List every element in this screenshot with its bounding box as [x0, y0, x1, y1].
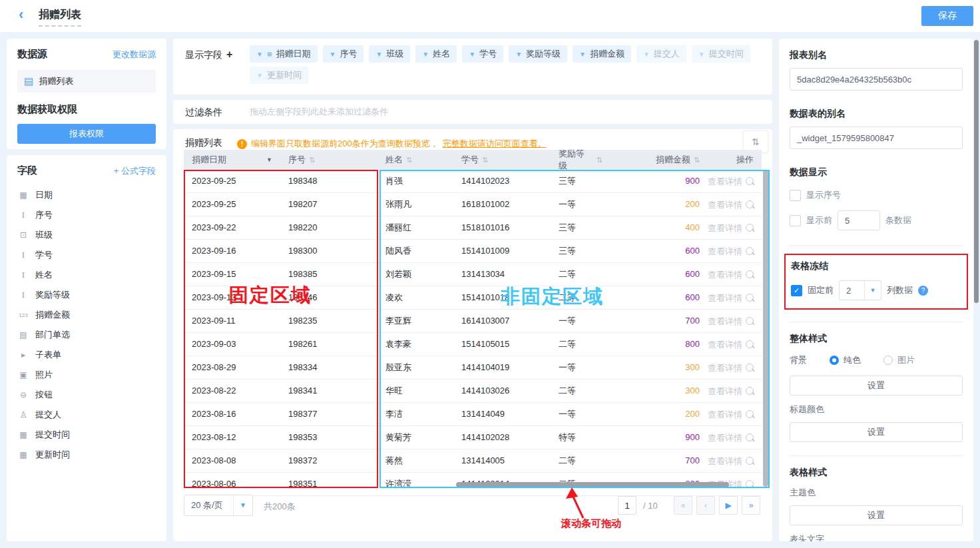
- field-item-序号[interactable]: I序号: [17, 205, 156, 225]
- field-chip-捐赠日期[interactable]: ▼≡捐赠日期: [250, 45, 318, 63]
- field-chip-序号[interactable]: ▼序号: [323, 45, 364, 63]
- sort-arrows-icon[interactable]: ⇅: [694, 156, 700, 164]
- magnifier-icon[interactable]: [746, 200, 754, 208]
- first-page-button[interactable]: «: [674, 496, 692, 515]
- sort-arrows-icon[interactable]: ⇅: [597, 156, 603, 164]
- chevron-down-icon[interactable]: ▼: [256, 72, 263, 79]
- magnifier-icon[interactable]: [746, 247, 754, 255]
- change-datasource-link[interactable]: 更改数据源: [113, 49, 156, 61]
- chevron-down-icon[interactable]: ▼: [375, 51, 382, 58]
- view-detail-link[interactable]: 查看详情: [708, 193, 762, 216]
- chevron-down-icon[interactable]: ▼: [515, 51, 522, 58]
- magnifier-icon[interactable]: [746, 387, 754, 395]
- field-item-日期[interactable]: ▦日期: [17, 185, 156, 205]
- view-detail-link[interactable]: 查看详情: [708, 216, 762, 239]
- help-icon[interactable]: ?: [918, 286, 928, 296]
- add-formula-field-link[interactable]: + 公式字段: [114, 165, 156, 177]
- page-size-select[interactable]: 20 条/页 ▼: [184, 495, 253, 516]
- field-chip-姓名[interactable]: ▼姓名: [415, 45, 457, 63]
- field-item-按钮[interactable]: ⊖按钮: [17, 385, 156, 405]
- magnifier-icon[interactable]: [746, 480, 754, 488]
- view-detail-link[interactable]: 查看详情: [708, 426, 762, 449]
- add-field-icon[interactable]: +: [226, 49, 232, 60]
- magnifier-icon[interactable]: [746, 457, 754, 465]
- chevron-down-icon[interactable]: ▼: [469, 51, 475, 58]
- magnifier-icon[interactable]: [746, 410, 754, 418]
- field-chip-奖励等级[interactable]: ▼奖励等级: [509, 45, 567, 63]
- view-detail-link[interactable]: 查看详情: [708, 356, 762, 379]
- field-chip-班级[interactable]: ▼班级: [369, 45, 410, 63]
- freeze-count-select[interactable]: 2 ▼: [839, 280, 881, 300]
- field-item-捐赠金额[interactable]: 123捐赠金额: [17, 305, 156, 325]
- view-detail-link[interactable]: 查看详情: [708, 449, 762, 472]
- column-header-学号[interactable]: 学号⇅: [453, 150, 551, 170]
- field-item-部门单选[interactable]: ▤部门单选: [17, 325, 156, 345]
- field-chip-提交人[interactable]: ▼提交人: [636, 45, 686, 63]
- page-number-input[interactable]: [618, 496, 636, 515]
- chevron-down-icon[interactable]: ▼: [256, 51, 263, 58]
- magnifier-icon[interactable]: [746, 294, 754, 302]
- view-detail-link[interactable]: 查看详情: [708, 380, 762, 402]
- previous-page-button[interactable]: ‹: [696, 496, 715, 515]
- view-detail-link[interactable]: 查看详情: [708, 310, 762, 332]
- magnifier-icon[interactable]: [746, 270, 754, 278]
- vertical-scrollbar-thumb[interactable]: [763, 170, 768, 487]
- field-chip-学号[interactable]: ▼学号: [462, 45, 503, 63]
- magnifier-icon[interactable]: [746, 224, 754, 232]
- column-header-捐赠日期[interactable]: 捐赠日期▼: [184, 150, 280, 170]
- field-item-照片[interactable]: ▣照片: [17, 365, 156, 385]
- field-item-姓名[interactable]: I姓名: [17, 265, 156, 285]
- view-detail-link[interactable]: 查看详情: [708, 333, 762, 356]
- field-item-提交时间[interactable]: ▦提交时间: [17, 425, 156, 445]
- show-first-checkbox[interactable]: [790, 215, 801, 226]
- column-header-序号[interactable]: 序号⇅: [280, 150, 377, 170]
- show-first-count-input[interactable]: [838, 210, 880, 230]
- chevron-down-icon[interactable]: ▼: [330, 51, 336, 58]
- filter-dropzone[interactable]: 拖动左侧字段到此处来添加过滤条件: [250, 100, 388, 124]
- panel-scrollbar-thumb[interactable]: [974, 40, 979, 303]
- image-radio[interactable]: [883, 356, 893, 365]
- datasource-item[interactable]: ▤ 捐赠列表: [17, 70, 156, 93]
- freeze-checkbox[interactable]: ✓: [791, 285, 802, 296]
- table-alias-input[interactable]: [790, 127, 963, 149]
- filter-caret-icon[interactable]: ▼: [266, 156, 272, 163]
- chevron-down-icon[interactable]: ▼: [643, 51, 650, 58]
- field-item-学号[interactable]: I学号: [17, 245, 156, 265]
- report-permission-button[interactable]: 报表权限: [17, 124, 156, 144]
- save-button[interactable]: 保存: [921, 6, 973, 26]
- field-item-更新时间[interactable]: ▦更新时间: [17, 445, 156, 465]
- title-color-set-button[interactable]: 设置: [790, 422, 963, 442]
- column-header-奖励等级[interactable]: 奖励等级⇅: [551, 150, 611, 170]
- chevron-down-icon[interactable]: ▼: [422, 51, 429, 58]
- view-detail-link[interactable]: 查看详情: [708, 240, 762, 262]
- next-page-button[interactable]: ▶: [719, 496, 738, 515]
- magnifier-icon[interactable]: [746, 433, 754, 441]
- sort-arrows-icon[interactable]: ⇅: [482, 156, 488, 164]
- column-header-姓名[interactable]: 姓名⇅: [377, 150, 453, 170]
- field-chip-捐赠金额[interactable]: ▼捐赠金额: [573, 45, 631, 63]
- report-alias-input[interactable]: [790, 68, 963, 91]
- background-set-button[interactable]: 设置: [790, 376, 963, 396]
- magnifier-icon[interactable]: [746, 364, 754, 372]
- field-item-班级[interactable]: ⊡班级: [17, 225, 156, 245]
- theme-color-set-button[interactable]: 设置: [790, 505, 963, 525]
- field-item-子表单[interactable]: ▶子表单: [17, 345, 156, 365]
- sort-arrows-icon[interactable]: ⇅: [309, 156, 315, 164]
- magnifier-icon[interactable]: [746, 340, 754, 348]
- magnifier-icon[interactable]: [746, 317, 754, 325]
- view-detail-link[interactable]: 查看详情: [708, 403, 762, 425]
- field-item-奖励等级[interactable]: I奖励等级: [17, 285, 156, 305]
- notice-link[interactable]: 完整数据请访问页面查看。: [443, 138, 547, 150]
- view-detail-link[interactable]: 查看详情: [708, 286, 762, 309]
- sort-arrows-icon[interactable]: ⇅: [406, 156, 412, 164]
- view-detail-link[interactable]: 查看详情: [708, 263, 762, 286]
- field-chip-提交时间[interactable]: ▼提交时间: [692, 45, 750, 63]
- field-chip-更新时间[interactable]: ▼更新时间: [250, 67, 308, 84]
- solid-color-radio[interactable]: [830, 356, 839, 365]
- view-detail-link[interactable]: 查看详情: [708, 170, 762, 192]
- chevron-down-icon[interactable]: ▼: [579, 51, 586, 58]
- magnifier-icon[interactable]: [746, 177, 754, 185]
- chevron-down-icon[interactable]: ▼: [698, 51, 705, 58]
- column-header-捐赠金额[interactable]: 捐赠金额⇅: [611, 150, 708, 170]
- show-index-checkbox[interactable]: [790, 190, 801, 201]
